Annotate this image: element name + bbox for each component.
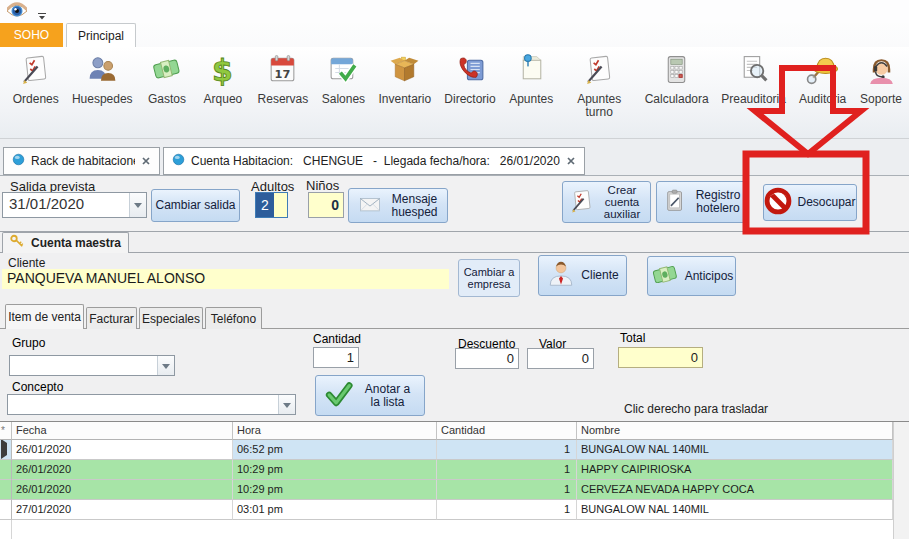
tab-especiales[interactable]: Especiales bbox=[139, 307, 203, 329]
column-header-nombre[interactable]: Nombre bbox=[577, 422, 893, 440]
button-label: Anticipos bbox=[685, 270, 734, 283]
cell-cantidad[interactable]: 1 bbox=[437, 480, 577, 500]
row-selector-cell[interactable] bbox=[0, 500, 12, 520]
close-icon[interactable] bbox=[141, 152, 151, 170]
dropdown-button[interactable] bbox=[157, 356, 174, 375]
ribbon-tool-reservas[interactable]: Reservas bbox=[251, 50, 315, 108]
ribbon-tool-apuntes[interactable]: Apuntes bbox=[502, 50, 560, 108]
ribbon-tool-label: Apuntes bbox=[509, 93, 553, 106]
envelope-icon bbox=[356, 193, 384, 218]
ribbon-tool-calculadora[interactable]: Calculadora bbox=[638, 50, 715, 108]
ribbon-tool-inventario[interactable]: Inventario bbox=[372, 50, 438, 108]
cell-cantidad[interactable]: 1 bbox=[437, 500, 577, 520]
concepto-combobox[interactable] bbox=[7, 394, 296, 415]
column-header-cantidad[interactable]: Cantidad bbox=[437, 422, 577, 440]
grid-row[interactable]: 26/01/2020 10:29 pm 1 HAPPY CAIPIRIOSKA bbox=[0, 460, 893, 480]
mensaje-huesped-button[interactable]: Mensaje huesped bbox=[348, 188, 448, 223]
cell-hora[interactable]: 10:29 pm bbox=[233, 480, 437, 500]
grid-row[interactable]: 26/01/2020 10:29 pm 1 CERVEZA NEVADA HAP… bbox=[0, 480, 893, 500]
doctab-label: Cuenta Habitacion: CHENGUE - Llegada fec… bbox=[191, 154, 560, 168]
tab-item-de-venta[interactable]: Item de venta bbox=[5, 304, 84, 329]
blue-ball-icon bbox=[172, 152, 185, 170]
ribbon-tool-ordenes[interactable]: Ordenes bbox=[6, 50, 66, 108]
grupo-combobox[interactable] bbox=[9, 355, 175, 376]
button-label: Cambiar a empresa bbox=[462, 266, 516, 290]
button-label: Crear cuenta auxiliar bbox=[600, 184, 644, 220]
grid-row[interactable]: 26/01/2020 06:52 pm 1 BUNGALOW NAL 140MI… bbox=[0, 440, 893, 460]
doctab-label: Rack de habitaciones bbox=[31, 154, 135, 168]
tab-telefono[interactable]: Teléfono bbox=[205, 307, 262, 329]
tab-cuenta-maestra[interactable]: Cuenta maestra bbox=[2, 232, 129, 253]
ribbon-tool-apuntes-turno[interactable]: Apuntes turno bbox=[560, 50, 638, 121]
doctab-cuenta-habitacion[interactable]: Cuenta Habitacion: CHENGUE - Llegada fec… bbox=[163, 147, 585, 175]
dropdown-button[interactable] bbox=[129, 193, 146, 217]
grid-selector-header[interactable]: * bbox=[0, 422, 12, 440]
ribbon-tool-directorio[interactable]: Directorio bbox=[438, 50, 503, 108]
cell-nombre[interactable]: CERVEZA NEVADA HAPPY COCA bbox=[577, 480, 893, 500]
ribbon-tool-preauditoria[interactable]: Preauditoria bbox=[715, 50, 792, 108]
cliente-name-field[interactable]: PANQUEVA MANUEL ALONSO bbox=[2, 269, 449, 289]
total-label: Total bbox=[620, 331, 645, 345]
ribbon-tool-salones[interactable]: Salones bbox=[315, 50, 372, 108]
total-field[interactable]: 0 bbox=[618, 347, 703, 368]
cell-fecha[interactable]: 27/01/2020 bbox=[12, 500, 233, 520]
cell-hora[interactable]: 03:01 pm bbox=[233, 500, 437, 520]
calendar-check-icon bbox=[327, 53, 360, 90]
cambiar-a-empresa-button[interactable]: Cambiar a empresa bbox=[458, 259, 520, 297]
vertical-scrollbar[interactable] bbox=[893, 422, 909, 539]
cambiar-salida-button[interactable]: Cambiar salida bbox=[151, 189, 240, 222]
ribbon-tool-arqueo[interactable]: Arqueo bbox=[195, 50, 251, 108]
ribbon-tool-auditoria[interactable]: Auditoria bbox=[792, 50, 853, 108]
anticipos-button[interactable]: Anticipos bbox=[647, 256, 736, 296]
grid-row[interactable]: 27/01/2020 03:01 pm 1 BUNGALOW NAL 140MI… bbox=[0, 500, 893, 520]
ribbon-tool-gastos[interactable]: Gastos bbox=[139, 50, 195, 108]
doctab-rack-habitaciones[interactable]: Rack de habitaciones bbox=[3, 147, 160, 175]
salida-prevista-combobox[interactable]: 31/01/2020 bbox=[2, 192, 147, 218]
cell-nombre[interactable]: HAPPY CAIPIRIOSKA bbox=[577, 460, 893, 480]
cantidad-input[interactable]: 1 bbox=[313, 347, 359, 368]
button-label: Cliente bbox=[581, 269, 618, 282]
ribbon-tool-label: Directorio bbox=[444, 93, 495, 106]
tab-principal[interactable]: Principal bbox=[66, 23, 136, 47]
tab-soho[interactable]: SOHO bbox=[0, 23, 63, 47]
cell-fecha[interactable]: 26/01/2020 bbox=[12, 480, 233, 500]
column-header-hora[interactable]: Hora bbox=[233, 422, 437, 440]
descuento-input[interactable]: 0 bbox=[455, 348, 519, 369]
valor-input[interactable]: 0 bbox=[527, 348, 594, 369]
key-icon bbox=[9, 233, 25, 253]
ribbon-tool-label: Ordenes bbox=[13, 93, 59, 106]
cell-hora[interactable]: 10:29 pm bbox=[233, 460, 437, 480]
ribbon-tool-huespedes[interactable]: Huespedes bbox=[66, 50, 139, 108]
close-icon[interactable] bbox=[566, 152, 576, 170]
ribbon-tool-label: Huespedes bbox=[72, 93, 133, 106]
cell-fecha[interactable]: 26/01/2020 bbox=[12, 460, 233, 480]
cell-fecha[interactable]: 26/01/2020 bbox=[12, 440, 233, 460]
ninos-field[interactable]: 0 bbox=[308, 192, 344, 218]
green-check-icon bbox=[324, 379, 354, 412]
dollar-sign-icon bbox=[206, 53, 239, 90]
cell-cantidad[interactable]: 1 bbox=[437, 460, 577, 480]
ribbon-tool-soporte[interactable]: Soporte bbox=[853, 50, 909, 108]
crear-cuenta-auxiliar-button[interactable]: Crear cuenta auxiliar bbox=[562, 181, 651, 223]
anotar-a-la-lista-button[interactable]: Anotar a la lista bbox=[315, 375, 425, 416]
cell-cantidad[interactable]: 1 bbox=[437, 440, 577, 460]
column-header-fecha[interactable]: Fecha bbox=[12, 422, 233, 440]
calendar-icon bbox=[266, 53, 299, 90]
app-eye-icon bbox=[5, 1, 29, 25]
cell-nombre[interactable]: BUNGALOW NAL 140MIL bbox=[577, 500, 893, 520]
note-pin-icon bbox=[515, 53, 548, 90]
cliente-button[interactable]: Cliente bbox=[538, 255, 627, 296]
registro-hotelero-button[interactable]: Registro hotelero bbox=[656, 181, 749, 223]
row-selector-cell[interactable] bbox=[0, 440, 12, 460]
cell-hora[interactable]: 06:52 pm bbox=[233, 440, 437, 460]
desocupar-button[interactable]: Desocupar bbox=[763, 184, 857, 221]
row-selector-cell[interactable] bbox=[0, 460, 12, 480]
ribbon-toolbar: Ordenes Huespedes Gastos Arqueo Reservas… bbox=[0, 47, 909, 139]
tab-facturar[interactable]: Facturar bbox=[86, 307, 137, 329]
row-selector-cell[interactable] bbox=[0, 480, 12, 500]
adultos-field[interactable]: 2 bbox=[255, 192, 288, 218]
orders-note-icon bbox=[19, 53, 52, 90]
cell-nombre[interactable]: BUNGALOW NAL 140MIL bbox=[577, 440, 893, 460]
no-entry-icon bbox=[764, 187, 792, 218]
dropdown-button[interactable] bbox=[278, 395, 295, 414]
